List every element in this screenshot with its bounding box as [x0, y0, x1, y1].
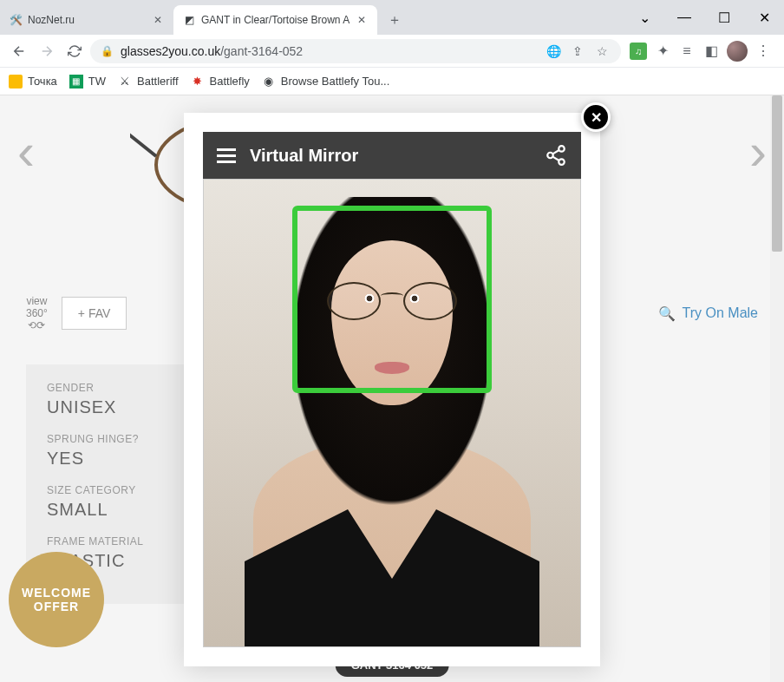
welcome-line1: WELCOME [22, 586, 91, 600]
chevron-down-icon[interactable]: ⌄ [624, 0, 664, 35]
view360-degrees: 360° [26, 307, 48, 319]
back-button[interactable] [7, 39, 31, 63]
sheet-icon: ▦ [69, 75, 83, 89]
carousel-prev-arrow[interactable]: ‹ [17, 121, 35, 181]
view360-label: view [26, 295, 47, 307]
welcome-line2: OFFER [34, 600, 79, 613]
url-text: glasses2you.co.uk/gant-3164-052 [121, 44, 538, 58]
window-controls: ⌄ — ☐ ✕ [624, 0, 784, 35]
lock-icon: 🔒 [101, 45, 114, 57]
close-tab-icon[interactable]: ✕ [151, 13, 165, 27]
mirror-header: Virtual Mirror [203, 132, 581, 179]
bookmark-tochka[interactable]: Точка [9, 75, 57, 89]
browser-tab-noznet[interactable]: 🛠️ NozNet.ru ✕ [0, 5, 173, 35]
browser-titlebar: 🛠️ NozNet.ru ✕ ◩ GANT in Clear/Tortoise … [0, 0, 784, 35]
mirror-preview[interactable] [203, 179, 581, 647]
kebab-menu-icon[interactable]: ⋮ [755, 43, 772, 60]
svg-point-3 [547, 153, 553, 159]
extension-icons: ♫ ✦ ≡ ◧ ⋮ [624, 41, 777, 62]
site-icon: ◉ [262, 75, 276, 89]
bookmark-label: Точка [28, 75, 57, 88]
share-icon[interactable] [545, 144, 567, 167]
bookmark-label: Battleriff [137, 75, 178, 88]
carousel-next-arrow[interactable]: › [749, 121, 767, 181]
extensions-puzzle-icon[interactable]: ✦ [654, 43, 671, 60]
forward-button[interactable] [35, 39, 59, 63]
reading-list-icon[interactable]: ≡ [678, 43, 696, 60]
virtual-mirror-modal: ✕ Virtual Mirror [184, 113, 600, 666]
bookmark-battlefly[interactable]: ✸Battlefly [191, 75, 250, 89]
favorite-button[interactable]: + FAV [62, 297, 127, 330]
bookmark-tw[interactable]: ▦TW [69, 75, 106, 89]
minimize-button[interactable]: — [664, 0, 704, 35]
star-icon[interactable]: ☆ [593, 43, 611, 60]
rotate-icon: ⟲⟳ [28, 319, 45, 331]
maximize-button[interactable]: ☐ [704, 0, 744, 35]
profile-avatar[interactable] [727, 41, 748, 62]
tab-favicon: 🛠️ [9, 13, 23, 27]
translate-icon[interactable]: 🌐 [545, 43, 562, 60]
folder-icon [9, 75, 23, 89]
bookmark-label: Battlefly [210, 75, 250, 88]
mirror-title: Virtual Mirror [250, 146, 531, 166]
hamburger-menu-icon[interactable] [217, 148, 236, 163]
browser-tab-gant[interactable]: ◩ GANT in Clear/Tortoise Brown A ✕ [173, 5, 377, 35]
page-viewport: ‹ › view 360° ⟲⟳ + FAV 🔍 Try On Male GEN… [0, 95, 784, 682]
svg-point-2 [559, 146, 565, 152]
tab-favicon: ◩ [182, 13, 196, 27]
mirror-icon: 🔍 [658, 305, 676, 322]
bookmark-label: TW [88, 75, 106, 88]
bookmark-label: Browse Battlefy Tou... [281, 75, 390, 88]
reload-button[interactable] [62, 39, 87, 63]
try-on-male-link[interactable]: 🔍 Try On Male [658, 305, 758, 322]
extension-music-icon[interactable]: ♫ [630, 43, 647, 60]
welcome-offer-badge[interactable]: WELCOME OFFER [9, 552, 104, 647]
tab-title: GANT in Clear/Tortoise Brown A [201, 14, 350, 26]
bookmark-battleriff[interactable]: ⚔Battleriff [118, 75, 178, 89]
tryon-label: Try On Male [683, 305, 758, 321]
close-tab-icon[interactable]: ✕ [355, 13, 369, 27]
flame-icon: ✸ [191, 75, 205, 89]
svg-point-4 [559, 159, 565, 165]
close-modal-button[interactable]: ✕ [581, 102, 611, 132]
tab-title: NozNet.ru [28, 14, 146, 26]
close-window-button[interactable]: ✕ [744, 0, 784, 35]
view-360-button[interactable]: view 360° ⟲⟳ [26, 295, 48, 331]
side-panel-icon[interactable]: ◧ [702, 43, 720, 60]
share-icon[interactable]: ⇪ [569, 43, 586, 60]
crossed-axes-icon: ⚔ [118, 75, 132, 89]
new-tab-button[interactable]: ＋ [382, 8, 407, 32]
bookmarks-bar: Точка ▦TW ⚔Battleriff ✸Battlefly ◉Browse… [0, 68, 784, 95]
address-bar: 🔒 glasses2you.co.uk/gant-3164-052 🌐 ⇪ ☆ … [0, 35, 784, 68]
face-detection-frame [292, 206, 492, 393]
bookmark-battlefy[interactable]: ◉Browse Battlefy Tou... [262, 75, 390, 89]
url-input[interactable]: 🔒 glasses2you.co.uk/gant-3164-052 🌐 ⇪ ☆ [90, 39, 621, 63]
